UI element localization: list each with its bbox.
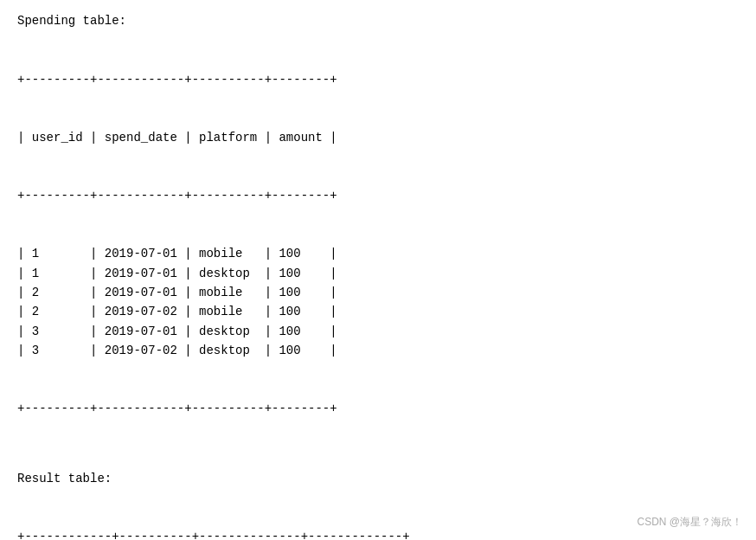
watermark: CSDN @海星？海欣！ <box>637 515 742 530</box>
spending-table-bot-sep: +---------+------------+----------+-----… <box>17 399 739 418</box>
spending-table-section: Spending table: +---------+------------+… <box>17 14 739 458</box>
result-table-title: Result table: <box>17 472 739 485</box>
spending-table-row: | 3 | 2019-07-02 | desktop | 100 | <box>17 341 739 360</box>
spending-table-header: | user_id | spend_date | platform | amou… <box>17 128 739 147</box>
result-table-content: +------------+----------+--------------+… <box>17 489 739 540</box>
spending-table-row: | 3 | 2019-07-01 | desktop | 100 | <box>17 322 739 341</box>
spending-table-rows: | 1 | 2019-07-01 | mobile | 100 || 1 | 2… <box>17 244 739 360</box>
spending-table-row: | 1 | 2019-07-01 | mobile | 100 | <box>17 244 739 263</box>
spending-table-row: | 1 | 2019-07-01 | desktop | 100 | <box>17 264 739 283</box>
result-table-top-sep: +------------+----------+--------------+… <box>17 527 739 540</box>
spending-table-mid-sep: +---------+------------+----------+-----… <box>17 186 739 205</box>
spending-table-title: Spending table: <box>17 14 739 28</box>
spending-table-top-sep: +---------+------------+----------+-----… <box>17 70 739 89</box>
spending-table-row: | 2 | 2019-07-02 | mobile | 100 | <box>17 302 739 321</box>
spending-table-content: +---------+------------+----------+-----… <box>17 31 739 458</box>
result-table-section: Result table: +------------+----------+-… <box>17 472 739 540</box>
spending-table-row: | 2 | 2019-07-01 | mobile | 100 | <box>17 283 739 302</box>
